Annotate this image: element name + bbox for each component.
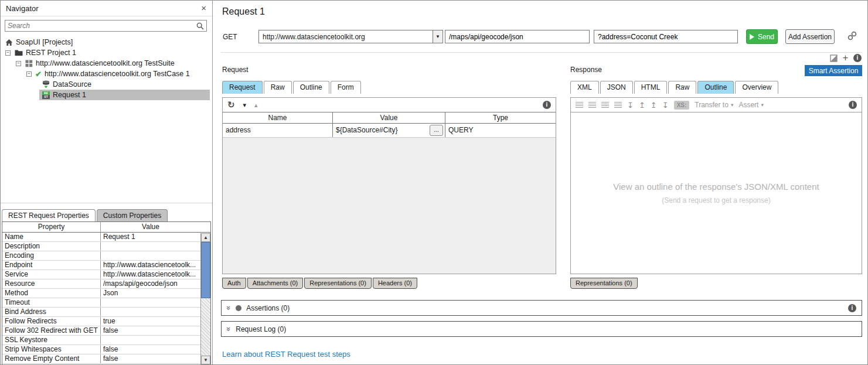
assertions-bar[interactable]: » Assertions (0) i xyxy=(221,300,862,316)
tab-attachments[interactable]: Attachments (0) xyxy=(247,278,304,289)
collapse-expander-icon[interactable]: − xyxy=(16,61,21,66)
tree-item-label: http://www.datasciencetoolkit.org TestCa… xyxy=(45,70,190,78)
param-value-cell[interactable]: ${DataSource#City} ... xyxy=(333,124,445,137)
navigator-splitter[interactable] xyxy=(1,203,212,203)
scrollbar-thumb[interactable] xyxy=(201,242,210,298)
tree-item-rest-project[interactable]: − REST Project 1 xyxy=(1,47,212,58)
property-row[interactable]: Remove Empty Contentfalse xyxy=(2,354,210,364)
tab-representations[interactable]: Representations (0) xyxy=(570,278,638,289)
tab-overview[interactable]: Overview xyxy=(735,81,778,94)
tree-item-request-selected[interactable]: RE ST Request 1 xyxy=(1,90,212,100)
outline-collapse-level-icon[interactable] xyxy=(614,102,622,108)
transfer-to-menu[interactable]: Transfer to ▾ xyxy=(695,101,733,109)
tab-raw[interactable]: Raw xyxy=(668,81,696,94)
tab-xml[interactable]: XML xyxy=(570,81,599,94)
column-header-name: Name xyxy=(223,112,333,123)
scroll-bottom-icon[interactable]: ↧ xyxy=(627,101,634,109)
tab-representations[interactable]: Representations (0) xyxy=(304,278,372,289)
property-row[interactable]: Follow Redirectstrue xyxy=(2,317,210,326)
tab-html[interactable]: HTML xyxy=(634,81,668,94)
response-outline-panel: ↧ ↥ ↥ ↧ XS: Transfer to ▾ Assert ▾ i Vie… xyxy=(570,97,862,274)
property-row[interactable]: Description xyxy=(2,242,210,251)
empty-state-title: View an outline of the response's JSON/X… xyxy=(613,182,819,192)
chevron-down-icon[interactable]: ▼ xyxy=(433,30,442,43)
query-string-field[interactable] xyxy=(594,30,738,43)
tree-item-label: SoapUI [Projects] xyxy=(16,38,73,46)
tree-item-datasource[interactable]: DataSource xyxy=(1,79,212,90)
info-icon[interactable]: i xyxy=(848,304,856,312)
property-row[interactable]: Follow 302 Redirect with GETfalse xyxy=(2,326,210,336)
editor-corner-toolbar: + i xyxy=(830,54,862,62)
tree-item-testcase[interactable]: − ✔ http://www.datasciencetoolkit.org Te… xyxy=(1,69,212,79)
tab-custom-properties[interactable]: Custom Properties xyxy=(97,209,168,221)
property-row[interactable]: Encoding xyxy=(2,251,210,261)
properties-table: Property Value NameRequest 1 Description… xyxy=(2,221,211,365)
prev-node-icon[interactable]: ↥ xyxy=(651,101,657,109)
info-icon[interactable]: i xyxy=(543,101,551,109)
tab-form[interactable]: Form xyxy=(331,81,361,94)
learn-about-link[interactable]: Learn about REST Request test steps xyxy=(222,350,350,359)
tab-headers[interactable]: Headers (0) xyxy=(373,278,417,289)
response-bottom-tabs: Representations (0) xyxy=(570,278,638,289)
smart-assertion-button[interactable]: Smart Assertion xyxy=(805,65,862,76)
search-input[interactable] xyxy=(5,22,196,30)
scroll-up-icon[interactable]: ▲ xyxy=(201,233,210,242)
outline-collapse-all-icon[interactable] xyxy=(588,102,596,108)
scroll-top-icon[interactable]: ↥ xyxy=(639,101,645,109)
param-type-cell[interactable]: QUERY xyxy=(445,124,556,137)
next-node-icon[interactable]: ↧ xyxy=(662,101,669,109)
tab-auth[interactable]: Auth xyxy=(222,278,246,289)
send-button[interactable]: Send xyxy=(746,29,778,44)
chain-link-icon[interactable] xyxy=(847,30,857,41)
info-icon[interactable]: i xyxy=(853,54,862,62)
home-icon xyxy=(5,39,13,46)
tree-item-soapui-projects[interactable]: SoapUI [Projects] xyxy=(1,37,212,47)
outline-expand-all-icon[interactable] xyxy=(576,102,583,108)
properties-scrollbar[interactable]: ▲ ▼ xyxy=(200,233,210,364)
xs-toggle-button[interactable]: XS: xyxy=(674,101,690,110)
tab-outline[interactable]: Outline xyxy=(293,81,329,94)
layout-split-icon[interactable] xyxy=(830,54,838,62)
assert-menu[interactable]: Assert ▾ xyxy=(738,101,764,109)
param-row[interactable]: address ${DataSource#City} ... QUERY xyxy=(223,124,556,138)
request-editor: Request 1 GET http://www.datasciencetool… xyxy=(213,1,868,365)
move-down-icon[interactable]: ▾ xyxy=(243,101,247,109)
info-icon[interactable]: i xyxy=(849,101,857,109)
tab-json[interactable]: JSON xyxy=(600,81,633,94)
expand-chevron-icon[interactable]: » xyxy=(224,306,233,310)
params-empty-area xyxy=(223,138,556,274)
property-row[interactable]: Strip Whitespacesfalse xyxy=(2,345,210,354)
property-row[interactable]: Servicehttp://www.datasciencetoolk... xyxy=(2,270,210,279)
param-name-cell[interactable]: address xyxy=(223,124,333,137)
property-row[interactable]: Bind Address xyxy=(2,308,210,317)
tab-raw[interactable]: Raw xyxy=(264,81,292,94)
property-row[interactable]: SSL Keystore xyxy=(2,336,210,345)
property-row[interactable]: MethodJson xyxy=(2,289,210,298)
tab-rest-request-properties[interactable]: REST Request Properties xyxy=(2,209,96,221)
plus-icon[interactable]: + xyxy=(843,54,848,62)
outline-expand-level-icon[interactable] xyxy=(601,102,609,108)
request-log-bar[interactable]: » Request Log (0) xyxy=(221,321,862,337)
edit-value-button[interactable]: ... xyxy=(430,125,443,136)
assertions-label: Assertions (0) xyxy=(246,304,290,312)
property-row[interactable]: Timeout xyxy=(2,298,210,308)
close-icon[interactable]: × xyxy=(201,3,206,13)
endpoint-combobox[interactable]: http://www.datasciencetoolkit.org ▼ xyxy=(258,30,443,43)
collapse-expander-icon[interactable]: − xyxy=(26,71,32,77)
collapse-expander-icon[interactable]: − xyxy=(5,50,11,56)
add-assertion-button[interactable]: Add Assertion xyxy=(785,29,835,44)
navigator-panel: Navigator × SoapUI [Projects] − REST Pro… xyxy=(1,1,213,365)
property-row[interactable]: Resource/maps/api/geocode/json xyxy=(2,279,210,289)
tab-request[interactable]: Request xyxy=(222,81,263,94)
property-row[interactable]: Endpointhttp://www.datasciencetoolk... xyxy=(2,261,210,270)
tab-outline[interactable]: Outline xyxy=(697,81,734,94)
expand-chevron-icon[interactable]: » xyxy=(224,327,233,331)
tree-item-label: DataSource xyxy=(53,80,91,88)
scroll-down-icon[interactable]: ▼ xyxy=(201,356,210,364)
move-up-icon[interactable]: ▴ xyxy=(254,101,258,109)
response-empty-state: View an outline of the response's JSON/X… xyxy=(571,112,862,274)
refresh-icon[interactable]: ↻ xyxy=(227,100,235,110)
tree-item-testsuite[interactable]: − http://www.datasciencetoolkit.org Test… xyxy=(1,58,212,69)
resource-field[interactable] xyxy=(445,30,590,43)
property-row[interactable]: NameRequest 1 xyxy=(2,233,210,242)
